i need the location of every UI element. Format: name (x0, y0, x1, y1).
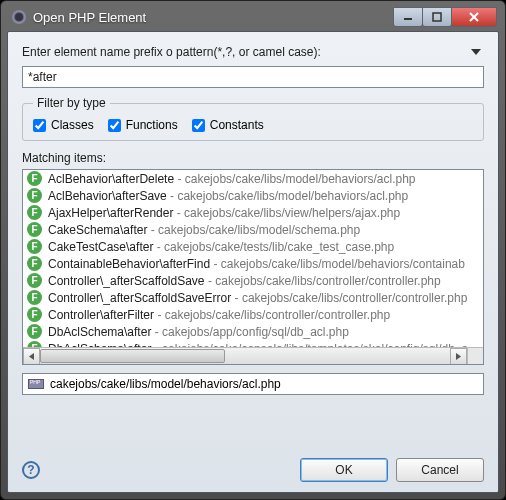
php-file-icon (28, 379, 44, 389)
scroll-track[interactable] (40, 348, 450, 364)
function-badge-icon: F (27, 290, 42, 305)
list-item-label: AjaxHelper\afterRender - cakejobs/cake/l… (48, 206, 400, 220)
function-badge-icon: F (27, 188, 42, 203)
filter-constants[interactable]: Constants (192, 118, 264, 132)
filter-group: Filter by type Classes Functions Constan… (22, 96, 484, 141)
list-item[interactable]: FAclBehavior\afterSave - cakejobs/cake/l… (23, 187, 483, 204)
function-badge-icon: F (27, 239, 42, 254)
function-badge-icon: F (27, 273, 42, 288)
filter-functions-label: Functions (126, 118, 178, 132)
scroll-thumb[interactable] (40, 349, 225, 363)
svg-marker-6 (471, 49, 481, 55)
list-item-label: AclBehavior\afterDelete - cakejobs/cake/… (48, 172, 416, 186)
eclipse-icon (11, 9, 27, 25)
selected-path: cakejobs/cake/libs/model/behaviors/acl.p… (50, 377, 281, 391)
help-icon[interactable]: ? (22, 461, 40, 479)
menu-dropdown-icon[interactable] (468, 44, 484, 60)
filter-classes-checkbox[interactable] (33, 119, 46, 132)
list-item-label: CakeSchema\after - cakejobs/cake/libs/mo… (48, 223, 360, 237)
function-badge-icon: F (27, 307, 42, 322)
list-item[interactable]: FCakeTestCase\after - cakejobs/cake/test… (23, 238, 483, 255)
list-item-label: Controller\_afterScaffoldSave - cakejobs… (48, 274, 441, 288)
list-item[interactable]: FDbAclSchema\after - cakejobs/app/config… (23, 323, 483, 340)
titlebar[interactable]: Open PHP Element (7, 7, 499, 31)
function-badge-icon: F (27, 171, 42, 186)
svg-marker-8 (456, 353, 461, 360)
function-badge-icon: F (27, 205, 42, 220)
list-item-label: DbAclSchema\after - cakejobs/app/config/… (48, 325, 349, 339)
results-list: FAclBehavior\afterDelete - cakejobs/cake… (22, 169, 484, 365)
list-item-label: AclBehavior\afterSave - cakejobs/cake/li… (48, 189, 408, 203)
filter-constants-label: Constants (210, 118, 264, 132)
close-button[interactable] (451, 7, 497, 27)
list-item[interactable]: FController\afterFilter - cakejobs/cake/… (23, 306, 483, 323)
ok-button[interactable]: OK (300, 458, 388, 482)
dialog-window: Open PHP Element Enter element name pref… (0, 0, 506, 500)
function-badge-icon: F (27, 256, 42, 271)
list-item[interactable]: FCakeSchema\after - cakejobs/cake/libs/m… (23, 221, 483, 238)
filter-legend: Filter by type (33, 96, 110, 110)
list-item[interactable]: FController\_afterScaffoldSaveError - ca… (23, 289, 483, 306)
matching-label: Matching items: (22, 151, 484, 165)
horizontal-scrollbar[interactable] (23, 347, 467, 364)
filter-functions-checkbox[interactable] (108, 119, 121, 132)
cancel-button[interactable]: Cancel (396, 458, 484, 482)
dialog-client: Enter element name prefix o pattern(*,?,… (7, 31, 499, 493)
scroll-corner (467, 347, 483, 364)
list-item[interactable]: FAjaxHelper\afterRender - cakejobs/cake/… (23, 204, 483, 221)
filter-functions[interactable]: Functions (108, 118, 178, 132)
list-item-label: Controller\_afterScaffoldSaveError - cak… (48, 291, 467, 305)
filter-classes-label: Classes (51, 118, 94, 132)
scroll-left-icon[interactable] (23, 348, 40, 365)
function-badge-icon: F (27, 324, 42, 339)
list-item[interactable]: FContainableBehavior\afterFind - cakejob… (23, 255, 483, 272)
list-item-label: Controller\afterFilter - cakejobs/cake/l… (48, 308, 390, 322)
window-buttons (394, 7, 497, 27)
list-item-label: CakeTestCase\after - cakejobs/cake/tests… (48, 240, 394, 254)
svg-point-1 (15, 13, 23, 21)
selected-path-row: cakejobs/cake/libs/model/behaviors/acl.p… (22, 373, 484, 395)
minimize-button[interactable] (393, 7, 423, 27)
list-item[interactable]: FAclBehavior\afterDelete - cakejobs/cake… (23, 170, 483, 187)
maximize-button[interactable] (422, 7, 452, 27)
svg-rect-3 (433, 13, 441, 21)
list-item-label: ContainableBehavior\afterFind - cakejobs… (48, 257, 465, 271)
function-badge-icon: F (27, 222, 42, 237)
search-input[interactable] (22, 66, 484, 88)
filter-classes[interactable]: Classes (33, 118, 94, 132)
filter-constants-checkbox[interactable] (192, 119, 205, 132)
results-scroll[interactable]: FAclBehavior\afterDelete - cakejobs/cake… (23, 170, 483, 348)
window-title: Open PHP Element (33, 10, 394, 25)
list-item[interactable]: FController\_afterScaffoldSave - cakejob… (23, 272, 483, 289)
svg-marker-7 (29, 353, 34, 360)
prompt-label: Enter element name prefix o pattern(*,?,… (22, 45, 468, 59)
scroll-right-icon[interactable] (450, 348, 467, 365)
